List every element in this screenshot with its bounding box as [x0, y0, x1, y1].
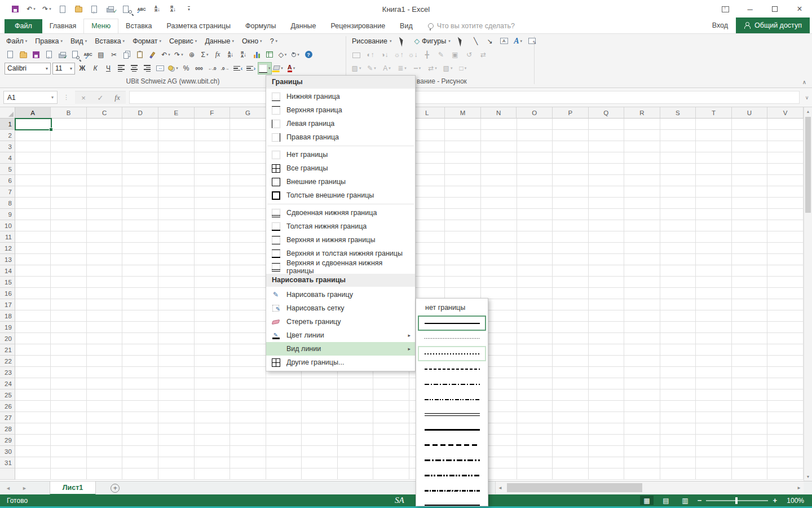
align-right-button[interactable]: [142, 63, 153, 74]
row-header-26[interactable]: 26: [0, 401, 15, 412]
cell-F17[interactable]: [195, 299, 231, 310]
cell-B6[interactable]: [51, 175, 87, 186]
cell-A4[interactable]: [15, 152, 51, 164]
cell-Q29[interactable]: [589, 435, 625, 446]
cell-Q26[interactable]: [589, 401, 625, 412]
shape-font-button[interactable]: A▾: [381, 63, 392, 74]
cell-P16[interactable]: [553, 288, 589, 299]
menu-item-border-double-bottom[interactable]: Сдвоенная нижняя граница: [266, 206, 415, 220]
new-document-button[interactable]: [55, 3, 70, 15]
cell-S1[interactable]: [660, 119, 696, 130]
cell-D15[interactable]: [122, 277, 158, 288]
cell-T19[interactable]: [696, 322, 732, 333]
column-header-P[interactable]: P: [553, 107, 589, 119]
cell-U4[interactable]: [732, 152, 768, 164]
cell-A22[interactable]: [15, 356, 51, 367]
cell-K30[interactable]: [373, 446, 409, 457]
cell-V24[interactable]: [767, 378, 804, 389]
cell-E26[interactable]: [158, 401, 195, 412]
cell-T27[interactable]: [696, 412, 732, 423]
cell-U11[interactable]: [732, 231, 768, 243]
cell-U23[interactable]: [732, 367, 768, 378]
cell-A26[interactable]: [15, 401, 51, 412]
cell-C20[interactable]: [87, 333, 123, 344]
cell-R18[interactable]: [624, 310, 660, 322]
cell-U12[interactable]: [732, 243, 768, 254]
cell-V20[interactable]: [767, 333, 804, 344]
zoom-thumb[interactable]: [735, 497, 738, 504]
cell-M11[interactable]: [445, 231, 481, 243]
cell-B22[interactable]: [51, 356, 87, 367]
cell-U8[interactable]: [732, 198, 768, 209]
cell-T24[interactable]: [696, 378, 732, 389]
tab-разметка-страницы[interactable]: Разметка страницы: [160, 19, 238, 33]
open-button[interactable]: [17, 49, 29, 60]
cell-P22[interactable]: [553, 356, 589, 367]
cell-R26[interactable]: [624, 401, 660, 412]
cell-V28[interactable]: [767, 423, 804, 435]
cell-E21[interactable]: [158, 344, 195, 356]
cell-H25[interactable]: [266, 389, 302, 401]
cell-S11[interactable]: [660, 231, 696, 243]
cell-D22[interactable]: [122, 356, 158, 367]
cell-G10[interactable]: [230, 220, 266, 231]
cell-A18[interactable]: [15, 310, 51, 322]
save-button[interactable]: [8, 3, 23, 15]
cell-F28[interactable]: [195, 423, 231, 435]
cell-P23[interactable]: [553, 367, 589, 378]
cell-G18[interactable]: [230, 310, 266, 322]
cell-O31[interactable]: [517, 457, 553, 468]
cell-O[interactable]: [517, 468, 553, 480]
cell-A24[interactable]: [15, 378, 51, 389]
row-header-25[interactable]: 25: [0, 389, 15, 401]
cell-Q3[interactable]: [589, 141, 625, 152]
cell-T16[interactable]: [696, 288, 732, 299]
menu-item-border-left[interactable]: Левая граница: [266, 117, 415, 130]
pivot-table-button[interactable]: [264, 49, 275, 60]
column-header-B[interactable]: B: [51, 107, 87, 119]
cell-J26[interactable]: [338, 401, 374, 412]
cell-E22[interactable]: [158, 356, 195, 367]
cell-V6[interactable]: [767, 175, 804, 186]
cell-V2[interactable]: [767, 130, 804, 141]
print-check-button[interactable]: ✓: [103, 3, 117, 15]
cell-Q22[interactable]: [589, 356, 625, 367]
cell-T28[interactable]: [696, 423, 732, 435]
cell-E15[interactable]: [158, 277, 195, 288]
expand-formula-bar-icon[interactable]: ∨: [802, 95, 812, 100]
cell-A17[interactable]: [15, 299, 51, 310]
cell-G7[interactable]: [230, 186, 266, 198]
crop-button[interactable]: ╋: [421, 49, 433, 60]
cell-D23[interactable]: [122, 367, 158, 378]
cell-V14[interactable]: [767, 265, 804, 277]
cell-S19[interactable]: [660, 322, 696, 333]
brightness-less-button[interactable]: ☼↓: [407, 49, 418, 60]
cell-G31[interactable]: [230, 457, 266, 468]
cell-C31[interactable]: [87, 457, 123, 468]
cell-T3[interactable]: [696, 141, 732, 152]
cell-U13[interactable]: [732, 254, 768, 265]
cancel-entry-button[interactable]: ×: [75, 91, 92, 104]
cell-A15[interactable]: [15, 277, 51, 288]
cell-F2[interactable]: [195, 130, 231, 141]
cell-C4[interactable]: [87, 152, 123, 164]
cell-Q28[interactable]: [589, 423, 625, 435]
cell-U9[interactable]: [732, 209, 768, 220]
cell-U7[interactable]: [732, 186, 768, 198]
row-header-24[interactable]: 24: [0, 378, 15, 389]
thousands-format-button[interactable]: 000: [193, 63, 205, 74]
cell-N8[interactable]: [481, 198, 517, 209]
cell-S12[interactable]: [660, 243, 696, 254]
cell-T22[interactable]: [696, 356, 732, 367]
reset-picture-button[interactable]: ↺: [464, 49, 475, 60]
page-layout-view-button[interactable]: ▤: [659, 496, 673, 505]
cell-D25[interactable]: [122, 389, 158, 401]
line-style-thick-solid[interactable]: [418, 498, 486, 506]
cell-M16[interactable]: [445, 288, 481, 299]
cell-G5[interactable]: [230, 164, 266, 175]
drawing-menu-button[interactable]: Рисование▾: [350, 36, 394, 46]
confirm-entry-button[interactable]: ✓: [92, 91, 109, 104]
cell-R4[interactable]: [624, 152, 660, 164]
cell-R22[interactable]: [624, 356, 660, 367]
cell-R10[interactable]: [624, 220, 660, 231]
